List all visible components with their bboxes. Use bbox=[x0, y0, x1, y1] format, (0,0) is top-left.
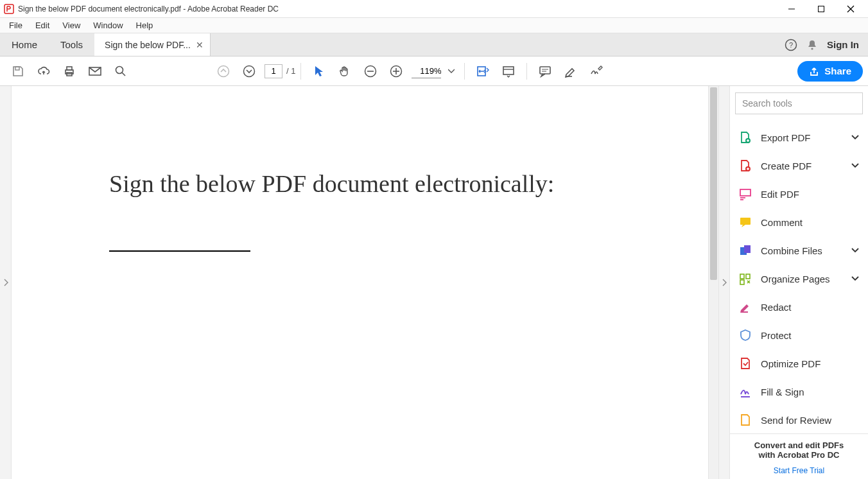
search-tools-input[interactable]: Search tools bbox=[735, 92, 863, 114]
top-tab-row: Home Tools Sign the below PDF... ✕ ? Sig… bbox=[0, 33, 868, 57]
start-free-trial-link[interactable]: Start Free Trial bbox=[736, 466, 862, 475]
notification-icon[interactable] bbox=[806, 39, 818, 51]
create-pdf-icon bbox=[739, 159, 752, 172]
svg-point-15 bbox=[218, 65, 229, 76]
tab-home[interactable]: Home bbox=[0, 33, 49, 56]
page-down-button[interactable] bbox=[238, 60, 260, 82]
tool-combine-files[interactable]: Combine Files bbox=[730, 236, 868, 265]
tool-send-review[interactable]: Send for Review bbox=[730, 406, 868, 433]
chevron-down-icon bbox=[851, 275, 859, 282]
chevron-down-icon bbox=[851, 162, 859, 169]
page-up-button[interactable] bbox=[213, 60, 234, 82]
main-toolbar: / 1 Share bbox=[0, 57, 868, 86]
help-icon[interactable]: ? bbox=[785, 39, 797, 51]
tools-list: Export PDF Create PDF Edit PDF Comment C… bbox=[730, 121, 868, 433]
vertical-scrollbar[interactable] bbox=[708, 86, 718, 479]
chevron-down-icon bbox=[851, 247, 859, 254]
email-button[interactable] bbox=[84, 60, 106, 82]
tools-panel: Search tools Export PDF Create PDF Edit … bbox=[730, 86, 868, 479]
tool-fill-sign[interactable]: Fill & Sign bbox=[730, 378, 868, 406]
share-button[interactable]: Share bbox=[797, 61, 863, 82]
chevron-down-icon bbox=[851, 134, 859, 141]
comment-button[interactable] bbox=[534, 60, 556, 82]
fill-sign-icon bbox=[739, 385, 752, 398]
tool-label: Fill & Sign bbox=[761, 387, 804, 397]
tool-label: Send for Review bbox=[761, 415, 831, 426]
menu-file[interactable]: File bbox=[3, 19, 29, 31]
comment-icon bbox=[739, 216, 752, 229]
scrollbar-thumb[interactable] bbox=[710, 87, 717, 280]
menu-edit[interactable]: Edit bbox=[29, 19, 56, 31]
export-pdf-icon bbox=[739, 131, 752, 144]
tab-tools[interactable]: Tools bbox=[49, 33, 94, 56]
document-view[interactable]: Sign the below PDF document electronical… bbox=[12, 86, 708, 479]
left-panel-toggle[interactable] bbox=[0, 86, 12, 479]
tool-export-pdf[interactable]: Export PDF bbox=[730, 123, 868, 152]
selection-tool-button[interactable] bbox=[308, 60, 330, 82]
zoom-in-button[interactable] bbox=[385, 60, 407, 82]
zoom-input[interactable] bbox=[412, 64, 441, 78]
sign-button[interactable] bbox=[586, 60, 607, 82]
tool-comment[interactable]: Comment bbox=[730, 208, 868, 236]
organize-pages-icon bbox=[739, 272, 752, 285]
tool-create-pdf[interactable]: Create PDF bbox=[730, 152, 868, 180]
menu-help[interactable]: Help bbox=[130, 19, 160, 31]
pdf-page: Sign the below PDF document electronical… bbox=[24, 86, 708, 479]
menu-view[interactable]: View bbox=[56, 19, 87, 31]
svg-rect-38 bbox=[746, 274, 750, 279]
tool-label: Export PDF bbox=[761, 132, 811, 143]
cloud-upload-button[interactable] bbox=[33, 60, 55, 82]
svg-point-16 bbox=[244, 65, 255, 76]
tool-label: Optimize PDF bbox=[761, 358, 820, 369]
svg-rect-23 bbox=[503, 67, 514, 74]
minimize-button[interactable] bbox=[777, 0, 806, 18]
find-button[interactable] bbox=[110, 60, 132, 82]
main-area: Sign the below PDF document electronical… bbox=[0, 86, 868, 479]
svg-rect-31 bbox=[740, 189, 751, 196]
share-label: Share bbox=[824, 65, 851, 76]
tool-protect[interactable]: Protect bbox=[730, 321, 868, 349]
sign-in-button[interactable]: Sign In bbox=[827, 39, 859, 50]
zoom-dropdown-button[interactable] bbox=[446, 60, 457, 82]
search-tools-placeholder: Search tools bbox=[742, 98, 792, 109]
svg-point-13 bbox=[116, 66, 123, 73]
tab-close-icon[interactable]: ✕ bbox=[196, 40, 204, 50]
svg-rect-2 bbox=[819, 6, 824, 12]
page-total-label: / 1 bbox=[286, 66, 295, 76]
save-button[interactable] bbox=[7, 60, 29, 82]
tool-edit-pdf[interactable]: Edit PDF bbox=[730, 180, 868, 208]
promo-line2: with Acrobat Pro DC bbox=[736, 450, 862, 460]
tool-redact[interactable]: Redact bbox=[730, 293, 868, 321]
tool-optimize-pdf[interactable]: Optimize PDF bbox=[730, 349, 868, 378]
tab-document-label: Sign the below PDF... bbox=[105, 40, 191, 50]
document-heading: Sign the below PDF document electronical… bbox=[109, 170, 708, 198]
maximize-button[interactable] bbox=[806, 0, 836, 18]
window-title: Sign the below PDF document electronical… bbox=[18, 4, 279, 13]
signature-line bbox=[109, 250, 250, 252]
tool-label: Edit PDF bbox=[761, 189, 799, 200]
print-button[interactable] bbox=[58, 60, 80, 82]
right-panel-toggle[interactable] bbox=[718, 86, 730, 479]
page-view-button[interactable] bbox=[498, 60, 519, 82]
tab-document[interactable]: Sign the below PDF... ✕ bbox=[94, 33, 211, 56]
tool-organize-pages[interactable]: Organize Pages bbox=[730, 265, 868, 293]
tool-label: Redact bbox=[761, 302, 792, 313]
fit-width-button[interactable] bbox=[472, 60, 494, 82]
tool-label: Protect bbox=[761, 330, 792, 341]
hand-tool-button[interactable] bbox=[334, 60, 356, 82]
edit-pdf-icon bbox=[739, 187, 752, 200]
send-review-icon bbox=[739, 414, 752, 426]
close-button[interactable] bbox=[836, 0, 865, 18]
titlebar: Sign the below PDF document electronical… bbox=[0, 0, 868, 18]
tool-label: Create PDF bbox=[761, 161, 812, 171]
tool-label: Combine Files bbox=[761, 245, 822, 256]
svg-rect-37 bbox=[740, 274, 744, 279]
menu-window[interactable]: Window bbox=[87, 19, 129, 31]
svg-line-14 bbox=[122, 73, 125, 76]
highlight-button[interactable] bbox=[560, 60, 582, 82]
svg-rect-39 bbox=[740, 280, 744, 284]
svg-point-7 bbox=[811, 48, 813, 49]
zoom-out-button[interactable] bbox=[360, 60, 381, 82]
promo-line1: Convert and edit PDFs bbox=[736, 440, 862, 450]
page-number-input[interactable] bbox=[265, 64, 282, 78]
